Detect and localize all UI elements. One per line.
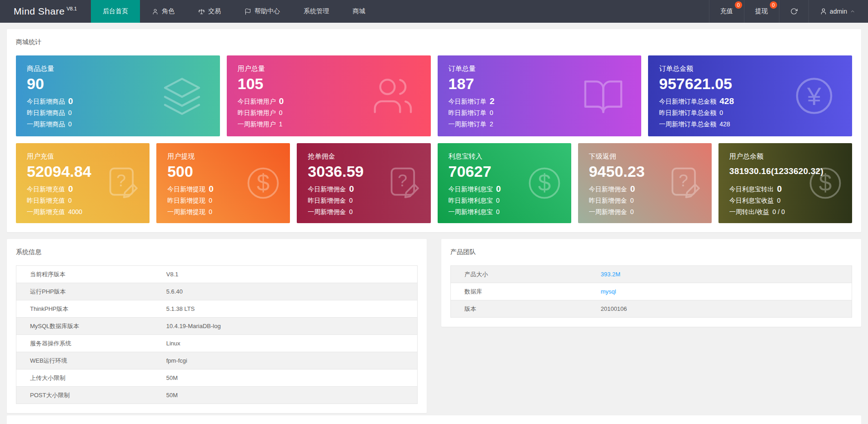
system-info-title: 系统信息 (16, 248, 418, 256)
table-row: POST大小限制50M (16, 387, 418, 404)
card-title: 用户总量 (238, 65, 420, 73)
card-title: 订单总金额 (659, 65, 841, 73)
recharge-badge: 0 (735, 1, 742, 9)
brand-name: Mind Share (14, 6, 65, 17)
svg-text:¥: ¥ (807, 82, 821, 110)
card-title: 用户充值 (27, 152, 139, 160)
dollar-circle-icon: $ (807, 165, 844, 202)
table-row: ThinkPHP版本5.1.38 LTS (16, 300, 418, 318)
stat-card-user-balance: 用户总余额 381930.16(1233620.32) 今日利息宝转出0 今日利… (718, 143, 852, 223)
chevron-up-icon (850, 9, 855, 14)
mall-stats-title: 商城统计 (16, 38, 852, 46)
top-navbar: Mind Share V8.1 后台首页 角色 交易 帮助中心 系统管理 商城 … (0, 0, 868, 23)
svg-text:?: ? (398, 171, 407, 190)
product-team-title: 产品团队 (450, 248, 852, 256)
stat-card-order-amount: 订单总金额 957621.05 今日新增订单总金额428 昨日新增订单总金额0 … (648, 55, 852, 136)
database-link[interactable]: mysql (601, 288, 616, 295)
table-row: MySQL数据库版本10.4.19-MariaDB-log (16, 318, 418, 335)
card-title: 用户总余额 (729, 152, 841, 160)
admin-username: admin (830, 8, 847, 15)
card-title: 订单总量 (449, 65, 631, 73)
menu-item-help-center[interactable]: 帮助中心 (233, 0, 292, 23)
card-title: 商品总量 (27, 65, 209, 73)
menu-item-trade[interactable]: 交易 (186, 0, 233, 23)
card-title: 利息宝转入 (449, 152, 560, 160)
doc-question-pencil-icon: ? (104, 165, 141, 202)
stat-card-order-commission: 抢单佣金 3036.59 今日新增佣金0 昨日新增佣金0 一周新增佣金0 ? (297, 143, 430, 223)
withdraw-button[interactable]: 提现 0 (744, 0, 779, 23)
refresh-button[interactable] (779, 0, 808, 23)
table-row: 运行PHP版本5.6.40 (16, 283, 418, 300)
card-stat-line: 一周新增商品0 (27, 120, 209, 128)
card-stat-line: 一周新增订单总金额428 (659, 120, 841, 128)
mall-stats-panel: 商城统计 商品总量 90 今日新增商品0 昨日新增商品0 一周新增商品0 用户总… (7, 29, 861, 232)
menu-item-label: 角色 (162, 7, 175, 15)
product-team-panel: 产品团队 产品大小393.2M 数据库mysql 版本20100106 (441, 239, 861, 327)
table-row: WEB运行环境fpm-fcgi (16, 352, 418, 369)
card-stat-line: 一周新增提现0 (167, 208, 279, 215)
product-size-link[interactable]: 393.2M (601, 271, 620, 278)
menu-item-label: 交易 (208, 7, 221, 15)
card-stat-line: 一周新增订单2 (449, 120, 631, 128)
svg-text:$: $ (538, 170, 551, 196)
menu-item-label: 后台首页 (103, 7, 128, 15)
navbar-right: 充值 0 提现 0 admin (709, 0, 868, 23)
brand-version: V8.1 (66, 6, 77, 11)
card-stat-line: 一周新增利息宝0 (449, 208, 560, 215)
admin-user-menu[interactable]: admin (808, 0, 868, 23)
yen-circle-icon: ¥ (793, 75, 836, 118)
svg-text:?: ? (678, 171, 688, 190)
stat-card-product-total: 商品总量 90 今日新增商品0 昨日新增商品0 一周新增商品0 (16, 55, 220, 136)
stat-card-user-total: 用户总量 105 今日新增用户0 昨日新增用户0 一周新增用户1 (227, 55, 431, 136)
menu-item-mall[interactable]: 商城 (341, 0, 377, 23)
scales-icon (198, 8, 205, 15)
layers-icon (160, 75, 204, 118)
table-row: 数据库mysql (451, 283, 852, 300)
svg-text:$: $ (819, 170, 832, 196)
main-menu: 后台首页 角色 交易 帮助中心 系统管理 商城 (91, 0, 377, 23)
menu-item-label: 系统管理 (304, 7, 329, 15)
svg-text:$: $ (257, 170, 270, 196)
recharge-button[interactable]: 充值 0 (709, 0, 744, 23)
system-info-panel: 系统信息 当前程序版本V8.1 运行PHP版本5.6.40 ThinkPHP版本… (7, 239, 427, 413)
stat-card-user-recharge: 用户充值 52094.84 今日新增充值0 昨日新增充值0 一周新增充值4000… (16, 143, 150, 223)
card-title: 用户提现 (167, 152, 279, 160)
card-stat-line: 一周新增佣金0 (589, 208, 701, 215)
user-icon (820, 8, 827, 15)
brand-logo[interactable]: Mind Share V8.1 (0, 0, 91, 23)
card-stat-line: 一周新增佣金0 (308, 208, 419, 215)
menu-item-roles[interactable]: 角色 (140, 0, 186, 23)
system-info-table: 当前程序版本V8.1 运行PHP版本5.6.40 ThinkPHP版本5.1.3… (16, 265, 418, 404)
stats-row-1: 商品总量 90 今日新增商品0 昨日新增商品0 一周新增商品0 用户总量 105… (16, 55, 852, 136)
dollar-circle-icon: $ (244, 165, 282, 202)
withdraw-label: 提现 (755, 7, 768, 15)
next-section-partial-panel (7, 415, 861, 424)
stat-card-order-total: 订单总量 187 今日新增订单2 昨日新增订单0 一周新增订单2 (438, 55, 642, 136)
table-row: 服务器操作系统Linux (16, 335, 418, 352)
table-row: 当前程序版本V8.1 (16, 266, 418, 283)
recharge-label: 充值 (720, 7, 733, 15)
menu-item-dashboard[interactable]: 后台首页 (91, 0, 140, 23)
card-stat-line: 一周转出/收益0 / 0 (729, 208, 841, 215)
menu-item-system-admin[interactable]: 系统管理 (292, 0, 341, 23)
doc-question-pencil-icon: ? (666, 165, 703, 202)
stat-card-sub-commission: 下级返佣 9450.23 今日新增佣金0 昨日新增佣金0 一周新增佣金0 ? (578, 143, 712, 223)
users-icon (371, 75, 414, 118)
flag-icon (244, 8, 251, 15)
table-row: 上传大小限制50M (16, 369, 418, 387)
refresh-icon (790, 8, 798, 15)
dollar-circle-icon: $ (526, 165, 563, 202)
menu-item-label: 商城 (353, 7, 365, 15)
menu-item-label: 帮助中心 (254, 7, 280, 15)
stat-card-user-withdraw: 用户提现 500 今日新增提现0 昨日新增提现0 一周新增提现0 $ (156, 143, 290, 223)
svg-text:?: ? (116, 171, 126, 190)
card-stat-line: 一周新增用户1 (238, 120, 420, 128)
bottom-panels: 系统信息 当前程序版本V8.1 运行PHP版本5.6.40 ThinkPHP版本… (7, 232, 861, 413)
table-row: 版本20100106 (451, 300, 852, 318)
card-stat-line: 一周新增充值4000 (27, 208, 139, 215)
product-team-table: 产品大小393.2M 数据库mysql 版本20100106 (450, 265, 852, 318)
card-title: 下级返佣 (589, 152, 701, 160)
stats-row-2: 用户充值 52094.84 今日新增充值0 昨日新增充值0 一周新增充值4000… (16, 143, 852, 223)
book-open-icon (582, 75, 625, 118)
withdraw-badge: 0 (770, 1, 777, 9)
